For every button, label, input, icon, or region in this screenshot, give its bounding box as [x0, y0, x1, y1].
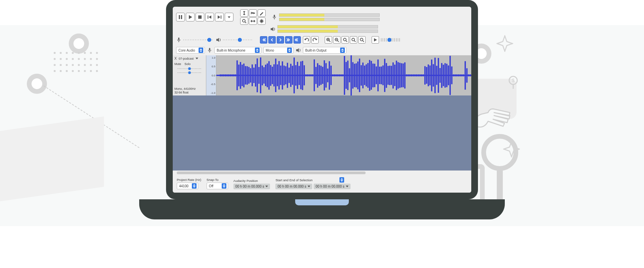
- track-gain-slider[interactable]: [178, 68, 201, 70]
- svg-rect-41: [209, 48, 210, 51]
- seek-loop-button[interactable]: [293, 36, 301, 44]
- selection-mode-label: Start and End of Selection: [275, 178, 312, 182]
- svg-point-34: [352, 38, 355, 41]
- play-speed-slider[interactable]: [381, 38, 401, 42]
- record-meter-mic-icon: [272, 14, 277, 20]
- play-at-speed-button[interactable]: [372, 36, 379, 44]
- svg-rect-5: [179, 15, 180, 19]
- track-pan-slider[interactable]: [178, 72, 201, 74]
- zoom-toggle-button[interactable]: [358, 36, 366, 44]
- zoom-tool-button[interactable]: [240, 17, 248, 25]
- selection-mode-dropdown[interactable]: [339, 177, 344, 183]
- svg-line-26: [329, 41, 330, 42]
- svg-marker-22: [271, 27, 273, 31]
- zoom-fit-button[interactable]: [350, 36, 357, 44]
- snap-to-value: Off: [209, 184, 213, 188]
- undo-button[interactable]: [303, 36, 310, 44]
- track-control-panel[interactable]: X 07-podcast Mute Solo Mono, 44100Hz: [173, 55, 206, 95]
- chevrons-icon: [287, 48, 292, 53]
- record-dropdown-button[interactable]: [225, 13, 233, 21]
- track-format-label: Mono, 44100Hz 32-bit float: [174, 87, 196, 94]
- caret-down-icon: [308, 186, 310, 187]
- svg-marker-48: [341, 51, 344, 52]
- svg-marker-42: [256, 49, 259, 50]
- laptop-notch: [295, 199, 349, 205]
- track-menu-caret-icon[interactable]: [196, 58, 198, 59]
- track-close-button[interactable]: X: [174, 57, 177, 60]
- caret-down-icon: [265, 186, 268, 187]
- svg-marker-52: [223, 186, 225, 188]
- stop-button[interactable]: [196, 13, 204, 21]
- playback-meter[interactable]: [277, 25, 378, 28]
- snap-to-dropdown[interactable]: Off: [207, 183, 228, 189]
- playback-volume-slider[interactable]: [223, 39, 253, 41]
- solo-button[interactable]: Solo: [184, 62, 191, 66]
- deco-sparkle-top: [496, 35, 513, 52]
- multi-tool-button[interactable]: [258, 17, 266, 25]
- transport-toolbar: [173, 7, 471, 26]
- svg-marker-51: [223, 184, 225, 186]
- svg-marker-39: [200, 49, 202, 50]
- pause-button[interactable]: [176, 13, 185, 21]
- svg-marker-7: [189, 15, 192, 19]
- tracks-area: X 07-podcast Mute Solo Mono, 44100Hz: [173, 55, 471, 175]
- undo-redo-buttons: [303, 36, 319, 44]
- svg-line-35: [354, 41, 356, 42]
- envelope-tool-button[interactable]: [249, 9, 257, 17]
- timeshift-tool-button[interactable]: [249, 17, 257, 25]
- project-rate-dropdown[interactable]: 44100: [177, 183, 198, 189]
- mute-button[interactable]: Mute: [174, 62, 181, 66]
- zoom-sel-button[interactable]: [341, 36, 349, 44]
- deco-dot-left-upper: [69, 34, 89, 54]
- empty-tracks-region[interactable]: [173, 95, 471, 171]
- seek-forward-button[interactable]: [285, 36, 292, 44]
- svg-line-15: [245, 22, 246, 23]
- svg-marker-54: [340, 180, 343, 182]
- channels-dropdown[interactable]: Mono: [263, 47, 293, 54]
- seek-fwd-short-button[interactable]: [277, 36, 284, 44]
- draw-tool-button[interactable]: [258, 9, 266, 17]
- svg-marker-43: [256, 51, 259, 52]
- svg-marker-38: [374, 38, 377, 42]
- input-device-dropdown[interactable]: Built-in Microphone: [214, 47, 261, 54]
- svg-line-30: [337, 41, 339, 42]
- channels-value: Mono: [266, 49, 274, 52]
- zoom-out-button[interactable]: [333, 36, 340, 44]
- selection-start-field[interactable]: 00 h 00 m 00.000 s: [275, 184, 312, 189]
- horizontal-scrollbar[interactable]: [173, 171, 471, 175]
- chevrons-icon: [199, 48, 203, 53]
- redo-button[interactable]: [311, 36, 319, 44]
- record-volume-slider[interactable]: [183, 39, 214, 41]
- svg-marker-10: [209, 15, 211, 19]
- record-meter-r[interactable]: [279, 18, 380, 21]
- playback-meter-r[interactable]: [277, 29, 378, 33]
- audio-position-label: Audacity Position: [233, 179, 270, 183]
- snap-to-label: Snap-To: [207, 178, 228, 182]
- chevrons-icon: [340, 48, 345, 53]
- svg-marker-46: [296, 48, 299, 52]
- selection-tool-button[interactable]: [240, 9, 248, 17]
- play-button[interactable]: [186, 13, 195, 21]
- output-device-dropdown[interactable]: Built-in Output: [303, 47, 346, 54]
- skip-start-button[interactable]: [205, 13, 214, 21]
- selection-end-field[interactable]: 00 h 00 m 00.000 s: [314, 184, 351, 189]
- seek-back-short-button[interactable]: [268, 36, 276, 44]
- seek-backward-button[interactable]: [260, 36, 267, 44]
- svg-rect-12: [221, 15, 221, 19]
- audio-host-dropdown[interactable]: Core Audio: [176, 47, 205, 54]
- svg-marker-44: [288, 49, 291, 50]
- waveform-canvas[interactable]: [216, 55, 471, 95]
- deco-dot-left-lower: [27, 74, 47, 94]
- svg-marker-47: [341, 49, 344, 50]
- zoom-in-button[interactable]: [325, 36, 332, 44]
- tools-palette: [240, 9, 266, 25]
- svg-rect-6: [181, 15, 182, 19]
- record-vol-mic-icon: [176, 37, 181, 43]
- skip-end-button[interactable]: [215, 13, 224, 21]
- audio-position-field[interactable]: 00 h 00 m 00.000 s: [233, 184, 270, 189]
- record-meter[interactable]: [279, 13, 380, 17]
- svg-marker-53: [340, 178, 343, 180]
- svg-marker-49: [193, 184, 196, 186]
- zoom-buttons: [325, 36, 366, 44]
- svg-marker-50: [193, 186, 196, 188]
